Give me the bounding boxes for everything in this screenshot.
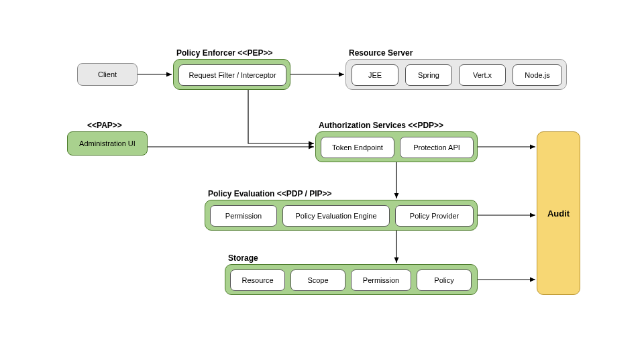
storage-container: Resource Scope Permission Policy bbox=[225, 264, 478, 295]
storage-title: Storage bbox=[228, 253, 258, 263]
storage-policy-label: Policy bbox=[434, 276, 453, 284]
resource-server-title: Resource Server bbox=[349, 48, 413, 58]
pap-node: Administration UI bbox=[67, 131, 148, 156]
eval-permission: Permission bbox=[210, 205, 277, 227]
rs-item-vertx: Vert.x bbox=[459, 64, 506, 86]
pep-request-filter-label: Request Filter / Interceptor bbox=[189, 71, 276, 79]
eval-provider-label: Policy Provider bbox=[410, 212, 459, 220]
audit-node: Audit bbox=[537, 131, 580, 295]
diagram-canvas: Client Policy Enforcer <<PEP>> Request F… bbox=[0, 0, 644, 362]
rs-item-spring-label: Spring bbox=[418, 71, 439, 79]
client-node: Client bbox=[77, 63, 138, 86]
pdp-protection-api: Protection API bbox=[400, 137, 474, 158]
auth-services-container: Token Endpoint Protection API bbox=[315, 131, 478, 162]
auth-services-title: Authorization Services <<PDP>> bbox=[319, 121, 443, 130]
pdp-token-endpoint-label: Token Endpoint bbox=[332, 143, 383, 152]
policy-evaluation-container: Permission Policy Evaluation Engine Poli… bbox=[205, 200, 478, 231]
storage-resource: Resource bbox=[230, 269, 285, 291]
storage-policy: Policy bbox=[417, 269, 472, 291]
rs-item-vertx-label: Vert.x bbox=[473, 71, 492, 79]
storage-resource-label: Resource bbox=[241, 276, 273, 284]
pdp-token-endpoint: Token Endpoint bbox=[321, 137, 394, 158]
eval-provider: Policy Provider bbox=[395, 205, 474, 227]
resource-server-container: JEE Spring Vert.x Node.js bbox=[345, 59, 567, 90]
rs-item-jee: JEE bbox=[352, 64, 398, 86]
storage-scope: Scope bbox=[290, 269, 345, 291]
rs-item-node-label: Node.js bbox=[525, 71, 549, 79]
storage-scope-label: Scope bbox=[307, 276, 328, 284]
client-label: Client bbox=[98, 70, 117, 78]
rs-item-node: Node.js bbox=[513, 64, 562, 86]
eval-engine-label: Policy Evaluation Engine bbox=[295, 212, 376, 220]
policy-evaluation-title: Policy Evaluation <<PDP / PIP>> bbox=[208, 189, 332, 198]
rs-item-spring: Spring bbox=[405, 64, 452, 86]
pep-container: Request Filter / Interceptor bbox=[173, 59, 290, 90]
pdp-protection-api-label: Protection API bbox=[413, 143, 460, 152]
audit-label: Audit bbox=[547, 208, 570, 219]
pep-title: Policy Enforcer <<PEP>> bbox=[176, 48, 272, 58]
rs-item-jee-label: JEE bbox=[368, 71, 382, 79]
pap-title: <<PAP>> bbox=[87, 121, 122, 130]
eval-permission-label: Permission bbox=[225, 212, 262, 220]
pep-request-filter: Request Filter / Interceptor bbox=[178, 64, 286, 86]
pap-node-label: Administration UI bbox=[79, 139, 136, 147]
storage-permission-label: Permission bbox=[363, 276, 399, 284]
eval-engine: Policy Evaluation Engine bbox=[282, 205, 390, 227]
storage-permission: Permission bbox=[351, 269, 411, 291]
